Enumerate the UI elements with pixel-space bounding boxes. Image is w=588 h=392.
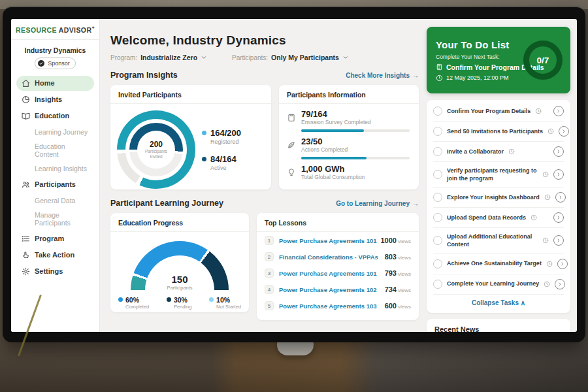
task-open-button[interactable]	[557, 259, 568, 269]
gauge-legend: 60% Completed 30% Pending	[110, 291, 249, 310]
brand-plus: +	[91, 25, 95, 30]
task-open-button[interactable]	[553, 169, 564, 180]
task-open-button[interactable]	[555, 279, 565, 289]
donut-center-label: Participants Invited	[142, 149, 171, 160]
collapse-tasks-link[interactable]: Collapse Tasks ∧	[433, 295, 564, 312]
participants-label: Participants:	[232, 54, 268, 61]
sidebar-item-education-content[interactable]: Education Content	[16, 139, 94, 161]
chevron-right-icon	[557, 282, 563, 287]
todo-progress-value: 0/7	[537, 56, 549, 65]
recent-news-title: Recent News	[434, 325, 563, 332]
program-dropdown[interactable]: Program: Industrialize Zero	[110, 54, 207, 61]
clock-icon	[544, 281, 550, 287]
sidebar-item-program[interactable]: Program	[16, 231, 94, 246]
education-gauge-chart: 150 Participants	[131, 241, 229, 291]
task-checkbox[interactable]	[433, 193, 442, 202]
task-checkbox[interactable]	[433, 106, 442, 116]
legend-item-not-started: 10% Not Started	[209, 296, 241, 310]
card-title: Top Lessons	[257, 213, 419, 232]
legend-item-pending: 30% Pending	[167, 296, 192, 310]
info-value: 79/164	[301, 109, 371, 119]
participants-information-card: Participants Information 79/164 Emission…	[279, 85, 419, 189]
participants-value: Only My Participants	[271, 54, 339, 61]
legend-dot	[202, 157, 206, 161]
section-title: Program Insights	[110, 71, 178, 80]
chevron-right-icon	[556, 215, 561, 220]
views-count: 600	[385, 302, 397, 310]
lesson-link[interactable]: Power Purchase Agreements 103	[279, 302, 377, 310]
sidebar-item-settings[interactable]: Settings	[16, 264, 94, 279]
lesson-link[interactable]: Financial Considerations - VPPAs	[279, 253, 378, 261]
donut-center-value: 200	[150, 140, 163, 149]
task-checkbox[interactable]	[433, 170, 442, 179]
info-label: Actions Completed	[301, 146, 348, 153]
task-label: Upload Additional Educational Content	[447, 233, 538, 248]
lesson-rank: 3	[265, 269, 274, 278]
todo-datetime-label: 12 May 2025, 12:00 PM	[446, 74, 509, 81]
clock-icon	[544, 194, 551, 201]
task-row-confirm-program: Confirm Your Program Details	[433, 101, 564, 122]
sidebar-item-learning-insights[interactable]: Learning Insights	[16, 161, 94, 176]
task-open-button[interactable]	[559, 126, 569, 137]
todo-subtitle: Complete Your Next Task:	[436, 54, 523, 60]
views-count: 793	[385, 269, 397, 277]
clock-icon	[436, 74, 443, 82]
task-checkbox[interactable]	[433, 213, 442, 222]
legend-dot	[167, 297, 171, 302]
sidebar: RESOURCE ADVISOR+ Industry Dynamics Spon…	[11, 19, 100, 332]
views-suffix: views	[398, 271, 411, 277]
lesson-views: 1000views	[381, 237, 412, 244]
lesson-views: 803views	[385, 253, 411, 261]
sidebar-item-participants[interactable]: Participants	[16, 177, 94, 192]
views-count: 803	[385, 253, 397, 261]
leaf-icon	[287, 140, 296, 150]
todo-next-task[interactable]: Confirm Your Program Details	[436, 63, 523, 71]
task-label: Send 50 Invitations to Participants	[447, 127, 543, 135]
check-more-insights-link[interactable]: Check More Insights →	[346, 72, 419, 79]
task-open-button[interactable]	[553, 106, 564, 116]
lesson-link[interactable]: Power Purchase Agreements 102	[279, 286, 377, 293]
gear-icon	[22, 267, 30, 276]
sidebar-item-label: Take Action	[35, 251, 74, 259]
chevron-right-icon	[556, 172, 561, 177]
sidebar-item-home[interactable]: Home	[16, 76, 94, 91]
section-title: Participant Learning Journey	[110, 199, 223, 208]
task-label: Upload Spend Data Records	[447, 214, 526, 221]
sponsor-label: Sponsor	[48, 60, 70, 67]
lesson-link[interactable]: Power Purchase Agreements 101	[279, 270, 377, 277]
sidebar-item-general-data[interactable]: General Data	[16, 193, 94, 208]
task-checkbox[interactable]	[433, 259, 442, 269]
participants-dropdown[interactable]: Participants: Only My Participants	[232, 54, 349, 61]
right-column: Your To Do List Complete Your Next Task:…	[427, 25, 570, 332]
sidebar-item-learning-journey[interactable]: Learning Journey	[16, 125, 94, 139]
task-open-button[interactable]	[553, 146, 564, 157]
task-open-button[interactable]	[553, 212, 564, 223]
lesson-rank: 5	[265, 301, 274, 310]
legend-item-completed: 60% Completed	[118, 296, 149, 310]
clock-icon	[542, 171, 549, 178]
task-open-button[interactable]	[553, 235, 564, 246]
task-checkbox[interactable]	[433, 236, 442, 245]
go-to-learning-journey-link[interactable]: Go to Learning Journey →	[336, 200, 419, 207]
lesson-rank: 2	[265, 252, 274, 261]
task-checkbox[interactable]	[433, 127, 442, 136]
legend-dot	[118, 297, 123, 302]
clipboard-icon	[287, 113, 296, 122]
link-label: Go to Learning Journey	[336, 200, 410, 207]
take-action-icon	[22, 251, 30, 259]
sidebar-item-education[interactable]: Education	[16, 108, 94, 123]
task-row-invite-collaborator: Invite a Collaborator	[433, 142, 564, 162]
task-checkbox[interactable]	[433, 147, 442, 156]
sidebar-item-manage-participants[interactable]: Manage Participants	[16, 208, 94, 230]
lesson-link[interactable]: Power Purchase Agreements 101	[279, 237, 377, 244]
legend-label: Not Started	[216, 304, 241, 310]
chevron-right-icon	[560, 261, 565, 267]
task-open-button[interactable]	[555, 192, 566, 203]
task-row-upload-spend-data: Upload Spend Data Records	[433, 208, 564, 228]
sidebar-item-take-action[interactable]: Take Action	[16, 248, 94, 263]
views-count: 734	[385, 286, 397, 293]
sidebar-item-insights[interactable]: Insights	[16, 92, 94, 107]
donut-legend: 164/200 Registered 84/164 Active	[202, 128, 241, 171]
task-checkbox[interactable]	[433, 280, 442, 289]
people-icon	[22, 180, 30, 189]
